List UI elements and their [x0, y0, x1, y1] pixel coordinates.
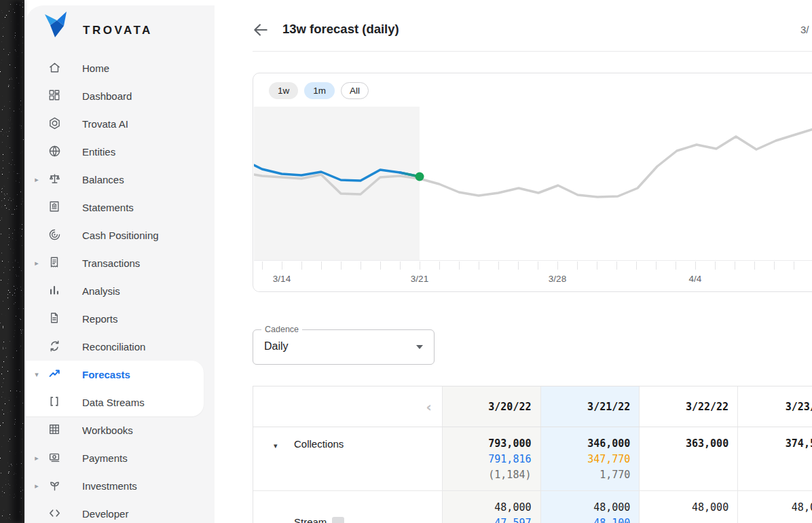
sidebar-item-label: Reconciliation [82, 333, 145, 361]
sidebar-item-entities[interactable]: Entities [26, 138, 215, 166]
sidebar-item-label: Home [82, 54, 109, 82]
sidebar-item-developer[interactable]: Developer [26, 500, 215, 523]
row-label-cell[interactable]: ▾Collections [253, 427, 443, 490]
forecast-value: 363,000 [640, 436, 728, 452]
sidebar-item-transactions[interactable]: ▸Transactions [26, 249, 215, 277]
table-row-collections: ▾Collections793,000791,816(1,184)346,000… [253, 427, 812, 491]
past-shaded-region [254, 107, 420, 260]
caret-spacer [31, 54, 42, 82]
cadence-select[interactable]: Cadence Daily [253, 329, 435, 365]
table-cell[interactable]: 48,000 [738, 491, 812, 523]
caret-spacer [31, 110, 42, 138]
sidebar-item-label: Reports [82, 305, 118, 333]
sidebar-item-reconciliation[interactable]: Reconciliation [26, 333, 215, 361]
variance-value: (1,184) [443, 467, 532, 483]
sidebar-item-label: Transactions [82, 249, 140, 277]
table-cell[interactable]: 48,000 [640, 491, 738, 523]
table-cell[interactable]: 793,000791,816(1,184) [443, 427, 541, 490]
sidebar-item-trovata-ai[interactable]: Trovata AI [26, 110, 215, 138]
forecast-start-marker [416, 173, 424, 181]
forecast-chart[interactable] [254, 107, 812, 260]
sidebar-item-workbooks[interactable]: Workbooks [26, 416, 215, 444]
axis-tick [400, 262, 401, 270]
table-cell[interactable]: 363,000 [640, 427, 738, 490]
cadence-value: Daily [264, 340, 289, 353]
sidebar-item-statements[interactable]: Statements [26, 194, 215, 221]
sidebar-item-data-streams[interactable]: Data Streams [26, 389, 215, 416]
chevron-right-icon[interactable]: ▸ [31, 249, 42, 277]
analysis-bars-icon [48, 284, 62, 297]
reports-document-icon [48, 312, 62, 325]
sidebar-item-label: Investments [82, 472, 137, 500]
sidebar-item-investments[interactable]: ▸Investments [26, 472, 215, 500]
chevron-right-icon[interactable]: ▸ [31, 444, 42, 472]
caret-spacer [31, 389, 42, 416]
home-icon [48, 61, 62, 75]
sidebar-item-label: Developer [82, 500, 128, 523]
row-label-cell[interactable]: Stream [253, 491, 443, 523]
screenshot-noise-edge [0, 0, 24, 523]
forecast-table: ‹3/20/223/21/223/22/223/23/22▾Collection… [253, 386, 812, 523]
reconciliation-sync-icon [48, 340, 62, 353]
brand-wordmark: TROVATA [83, 24, 153, 37]
data-streams-brackets-icon [48, 395, 62, 409]
sidebar: TROVATA HomeDashboardTrovata AIEntities▸… [26, 5, 215, 523]
chevron-left-icon[interactable]: ‹ [426, 400, 432, 414]
axis-tick [794, 262, 794, 270]
table-cell[interactable]: 346,000347,7701,770 [541, 427, 640, 490]
axis-tick [577, 262, 578, 270]
table-cell[interactable]: 48,00048,100 [541, 491, 640, 523]
table-cell[interactable]: 374,500 [738, 427, 812, 490]
caret-spacer [31, 82, 42, 110]
arrow-left-icon [252, 21, 270, 39]
sidebar-item-label: Trovata AI [82, 110, 128, 138]
caret-spacer [31, 333, 42, 361]
transactions-receipt-icon [48, 256, 62, 270]
chevron-down-icon[interactable]: ▾ [274, 441, 278, 450]
sidebar-item-home[interactable]: Home [26, 54, 215, 82]
sidebar-item-label: Dashboard [82, 82, 132, 110]
table-header-row: ‹3/20/223/21/223/22/223/23/22 [253, 386, 812, 427]
range-button-all[interactable]: All [341, 82, 369, 99]
chevron-down-icon[interactable]: ▾ [31, 361, 42, 389]
axis-tick [262, 262, 263, 270]
table-header-3-20-22: 3/20/22 [443, 386, 541, 427]
forecast-value: 48,000 [443, 500, 532, 516]
sidebar-item-cash-positioning[interactable]: Cash Positioning [26, 221, 215, 249]
axis-tick [282, 262, 282, 270]
axis-tick [439, 262, 440, 270]
axis-tick [636, 262, 637, 270]
actual-value: 347,770 [541, 452, 631, 467]
sidebar-item-balances[interactable]: ▸Balances [26, 166, 215, 194]
axis-tick [656, 262, 657, 270]
dropdown-arrow-icon [416, 345, 423, 349]
axis-tick [538, 262, 538, 270]
back-button[interactable] [252, 21, 270, 39]
axis-tick [774, 262, 775, 270]
sidebar-item-analysis[interactable]: Analysis [26, 277, 215, 305]
range-button-1m[interactable]: 1m [304, 82, 335, 99]
sidebar-item-dashboard[interactable]: Dashboard [26, 82, 215, 110]
sidebar-item-reports[interactable]: Reports [26, 305, 215, 333]
table-cell[interactable]: 48,00047,597 [443, 491, 541, 523]
chart-x-axis: 3/143/213/284/4 [254, 260, 812, 292]
axis-tick [715, 262, 716, 270]
header-date-partial: 3/ [800, 24, 809, 35]
forecast-value: 374,500 [738, 436, 812, 452]
sidebar-item-payments[interactable]: ▸Payments [26, 444, 215, 472]
payments-card-icon [48, 451, 62, 465]
variance-value: 1,770 [541, 467, 631, 483]
chevron-right-icon[interactable]: ▸ [31, 472, 42, 500]
stream-badge [332, 517, 344, 523]
caret-spacer [31, 221, 42, 249]
balances-scale-icon [48, 173, 62, 186]
axis-tick [361, 262, 361, 270]
sidebar-item-forecasts[interactable]: ▾Forecasts [26, 361, 215, 389]
table-row-stream: Stream48,00047,59748,00048,10048,00048,0… [253, 491, 812, 523]
header-divider [253, 51, 812, 52]
chevron-right-icon[interactable]: ▸ [31, 166, 42, 194]
range-button-1w[interactable]: 1w [269, 82, 298, 99]
entities-globe-icon [48, 145, 62, 158]
forecast-value: 346,000 [541, 436, 631, 452]
axis-tick [498, 262, 499, 270]
